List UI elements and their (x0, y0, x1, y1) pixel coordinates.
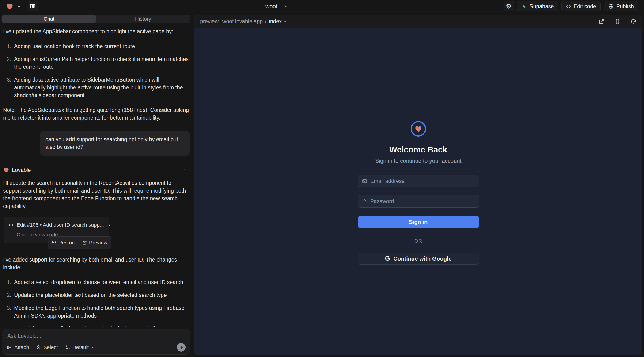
restore-label: Restore (58, 239, 76, 246)
heart-logo-icon (414, 125, 422, 133)
attach-image-icon (7, 344, 12, 350)
chat-history-tabs: Chat History (2, 15, 190, 23)
logo-chevron-down-icon[interactable] (17, 4, 21, 8)
sliders-icon (65, 344, 70, 350)
app-logo (411, 121, 426, 136)
mode-chevron-down-icon (91, 346, 94, 349)
edit-card-title: Edit #108 • Add user ID search supp... (17, 221, 104, 229)
lovable-avatar-icon (3, 167, 10, 173)
settings-button[interactable]: ⚙ (504, 1, 514, 12)
gear-icon: ⚙ (506, 3, 512, 10)
page-subtitle: Sign in to continue to your account (375, 158, 461, 164)
preview-label: Preview (89, 239, 108, 246)
list-item: Adding an isCurrentPath helper function … (3, 55, 190, 71)
divider-label: OR (414, 238, 422, 244)
assistant-message-header: Lovable ⋯ (3, 166, 190, 174)
list-item: Adding useLocation hook to track the cur… (3, 42, 190, 50)
globe-icon (608, 4, 614, 9)
open-in-new-tab-icon[interactable] (598, 18, 604, 25)
restore-button[interactable]: Restore (51, 239, 76, 246)
mode-label: Default (72, 344, 89, 350)
preview-panel: preview--woof.lovable.app / index (194, 14, 642, 355)
tab-chat[interactable]: Chat (2, 15, 96, 23)
restore-icon (51, 240, 56, 245)
send-button[interactable] (177, 343, 186, 352)
top-bar: woof ⚙ Supabase Edit code Pu (0, 0, 644, 13)
assistant-paragraph: I've updated the AppSidebar component to… (3, 28, 190, 36)
list-item: Modified the Edge Function to handle bot… (3, 304, 190, 320)
chat-input[interactable] (7, 333, 185, 342)
list-item: Adding data-active attribute to SidebarM… (3, 76, 190, 99)
project-name: woof (266, 3, 278, 10)
project-chevron-down-icon (284, 4, 288, 8)
lovable-logo-icon[interactable] (6, 2, 14, 10)
target-icon (36, 344, 41, 350)
preview-url-host: preview--woof.lovable.app (200, 18, 263, 25)
lock-icon (362, 199, 367, 204)
message-more-menu-icon[interactable]: ⋯ (181, 165, 188, 173)
divider-line (358, 241, 409, 241)
email-field[interactable] (358, 175, 479, 188)
refresh-icon[interactable] (630, 18, 636, 25)
chat-messages[interactable]: I've updated the AppSidebar component to… (0, 24, 192, 328)
assistant-paragraph: I'll update the search functionality in … (3, 179, 190, 210)
arrow-up-icon (179, 345, 184, 350)
code-brackets-icon (8, 222, 14, 228)
publish-button[interactable]: Publish (604, 1, 638, 12)
page-title: Welcome Back (389, 145, 447, 154)
attach-button[interactable]: Attach (7, 344, 29, 350)
route-chevron-down-icon (284, 20, 287, 23)
supabase-bolt-icon (521, 4, 527, 9)
edit-card-actions: Restore Preview (48, 236, 111, 249)
supabase-label: Supabase (530, 3, 554, 10)
publish-label: Publish (616, 3, 634, 10)
panel-left-icon (30, 4, 36, 9)
edit-code-label: Edit code (574, 3, 596, 10)
chat-composer: Attach Select Default (2, 329, 190, 355)
url-separator: / (265, 18, 266, 25)
mobile-view-icon[interactable] (614, 18, 620, 25)
tab-history[interactable]: History (96, 15, 190, 23)
select-label: Select (44, 344, 58, 350)
preview-viewport: Welcome Back Sign in to continue to your… (194, 28, 642, 355)
attach-label: Attach (14, 344, 29, 350)
google-button-label: Continue with Google (394, 256, 452, 262)
open-preview-icon (82, 240, 87, 245)
preview-route-name: index (269, 18, 282, 25)
email-input[interactable] (370, 178, 475, 184)
password-field[interactable] (358, 195, 479, 208)
divider-line (428, 241, 479, 241)
edit-code-card[interactable]: Edit #108 • Add user ID search supp... C… (4, 217, 109, 243)
sign-in-card: Welcome Back Sign in to continue to your… (358, 121, 479, 264)
password-input[interactable] (370, 198, 475, 204)
assistant-note: Note: The AppSidebar.tsx file is getting… (3, 106, 190, 122)
assistant-list: Added a select dropdown to choose betwee… (3, 278, 190, 328)
sign-in-button[interactable]: Sign in (358, 216, 479, 228)
chevron-right-icon (107, 222, 112, 228)
mail-icon (362, 178, 367, 184)
list-item: Added a select dropdown to choose betwee… (3, 278, 190, 286)
or-divider: OR (358, 238, 479, 244)
chat-panel: Chat History I've updated the AppSidebar… (0, 13, 192, 357)
list-item: Added the user ID display in the results… (3, 325, 190, 328)
google-sign-in-button[interactable]: G Continue with Google (358, 252, 479, 264)
list-item: Updated the placeholder text based on th… (3, 291, 190, 299)
preview-button[interactable]: Preview (82, 239, 108, 246)
preview-url-bar: preview--woof.lovable.app / index (194, 15, 642, 28)
user-message-bubble: can you add support for searching not on… (40, 131, 190, 156)
edit-code-button[interactable]: Edit code (562, 1, 600, 12)
assistant-name: Lovable (12, 166, 31, 174)
supabase-button[interactable]: Supabase (517, 1, 558, 12)
sidebar-toggle-button[interactable] (28, 1, 38, 12)
google-g-icon: G (385, 255, 390, 262)
preview-route-selector[interactable]: index (269, 18, 287, 25)
assistant-list: Adding useLocation hook to track the cur… (3, 42, 190, 99)
select-element-button[interactable]: Select (36, 344, 58, 350)
user-message-text: can you add support for searching not on… (46, 136, 178, 150)
code-brackets-icon (566, 4, 571, 9)
assistant-paragraph: I've added support for searching by both… (3, 256, 190, 272)
mode-selector[interactable]: Default (65, 344, 95, 350)
project-switcher[interactable]: woof (266, 0, 288, 13)
